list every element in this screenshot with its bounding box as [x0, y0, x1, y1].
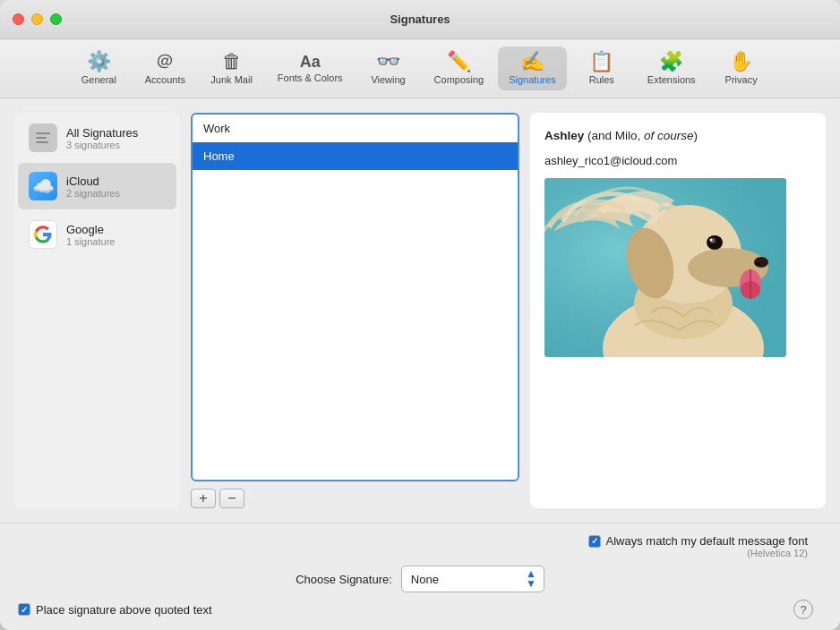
preview-italic: of course [644, 129, 694, 142]
toolbar-label-fonts: Fonts & Colors [278, 72, 343, 83]
svg-rect-1 [36, 137, 47, 139]
sidebar: All Signatures 3 signatures ☁️ iCloud 2 … [14, 113, 180, 508]
signature-preview-panel: Ashley (and Milo, of course) ashley_rico… [530, 113, 826, 508]
sig-list-item-work[interactable]: Work [193, 115, 518, 142]
fonts-icon: Aa [300, 54, 321, 70]
svg-point-10 [755, 262, 760, 266]
sidebar-text-all: All Signatures 3 signatures [66, 126, 138, 150]
toolbar-item-accounts[interactable]: ＠ Accounts [133, 47, 196, 90]
remove-signature-button[interactable]: − [219, 489, 244, 508]
signatures-list: Work Home [191, 113, 519, 481]
toolbar-label-junk: Junk Mail [210, 74, 252, 85]
sidebar-item-icloud[interactable]: ☁️ iCloud 2 signatures [18, 163, 176, 209]
toolbar-item-general[interactable]: ⚙️ General [67, 47, 130, 90]
toolbar-item-junk[interactable]: 🗑 Junk Mail [200, 47, 262, 90]
privacy-icon: ✋ [729, 52, 753, 72]
viewing-icon: 👓 [376, 52, 400, 72]
svg-rect-2 [36, 141, 48, 143]
junk-icon: 🗑 [222, 52, 242, 72]
preview-suffix2: ) [694, 129, 699, 142]
toolbar-item-signatures[interactable]: ✍️ Signatures [498, 47, 567, 90]
sidebar-text-icloud: iCloud 2 signatures [66, 175, 120, 199]
toolbar-item-composing[interactable]: ✏️ Composing [424, 47, 495, 90]
place-sig-checkmark-icon: ✓ [21, 605, 28, 615]
choose-sig-select[interactable]: None ▲ ▼ [401, 566, 544, 592]
font-hint: (Helvetica 12) [747, 548, 808, 558]
place-sig-control: ✓ Place signature above quoted text [18, 603, 212, 617]
content-area: All Signatures 3 signatures ☁️ iCloud 2 … [0, 98, 840, 523]
font-match-container: ✓ Always match my default message font [588, 534, 808, 548]
toolbar-label-signatures: Signatures [509, 74, 556, 85]
sidebar-item-google[interactable]: Google 1 signature [18, 211, 176, 258]
sidebar-name-all: All Signatures [66, 126, 138, 140]
signatures-icon: ✍️ [520, 52, 544, 72]
composing-icon: ✏️ [447, 52, 471, 72]
sidebar-item-all[interactable]: All Signatures 3 signatures [18, 115, 176, 161]
svg-point-9 [754, 257, 768, 268]
bottom-bar: ✓ Always match my default message font (… [0, 523, 840, 630]
sig-list-item-home[interactable]: Home [193, 142, 518, 170]
gear-icon: ⚙️ [87, 52, 111, 72]
preview-name-suffix: (and Milo, [584, 129, 644, 142]
choose-sig-value: None [411, 573, 439, 586]
rules-icon: 📋 [589, 52, 613, 72]
sidebar-count-icloud: 2 signatures [66, 188, 120, 199]
sig-list-controls: + − [191, 489, 519, 508]
toolbar-label-rules: Rules [589, 74, 614, 85]
dog-image [544, 178, 786, 357]
toolbar-label-composing: Composing [434, 74, 484, 85]
place-sig-label: Place signature above quoted text [36, 603, 212, 617]
toolbar-item-privacy[interactable]: ✋ Privacy [710, 47, 773, 90]
extensions-icon: 🧩 [659, 52, 683, 72]
toolbar-item-viewing[interactable]: 👓 Viewing [357, 47, 420, 90]
toolbar-item-rules[interactable]: 📋 Rules [570, 47, 633, 90]
google-icon [29, 220, 57, 249]
toolbar-item-fonts[interactable]: Aa Fonts & Colors [267, 48, 354, 89]
place-signature-row: ✓ Place signature above quoted text ? [18, 600, 822, 619]
sidebar-name-icloud: iCloud [66, 175, 120, 188]
question-mark-icon: ? [800, 603, 806, 617]
preview-name: Ashley [544, 129, 584, 142]
checkmark-icon: ✓ [591, 536, 598, 546]
toolbar-label-extensions: Extensions [647, 74, 696, 85]
add-signature-button[interactable]: + [191, 489, 216, 508]
toolbar-item-extensions[interactable]: 🧩 Extensions [637, 47, 707, 90]
toolbar-label-accounts: Accounts [145, 74, 185, 85]
sidebar-name-google: Google [66, 223, 115, 236]
sidebar-count-all: 3 signatures [66, 140, 138, 150]
toolbar-label-privacy: Privacy [725, 74, 758, 85]
chevron-updown-icon: ▲ ▼ [526, 569, 536, 589]
choose-signature-row: Choose Signature: None ▲ ▼ [18, 566, 822, 592]
choose-sig-control: Choose Signature: None ▲ ▼ [18, 566, 822, 592]
icloud-icon: ☁️ [29, 172, 57, 200]
all-sigs-icon [29, 123, 57, 152]
maximize-button[interactable] [50, 13, 62, 25]
sidebar-text-google: Google 1 signature [66, 223, 115, 247]
traffic-lights [13, 13, 62, 25]
place-sig-checkbox[interactable]: ✓ [18, 603, 30, 616]
at-icon: ＠ [155, 52, 175, 72]
window-title: Signatures [390, 13, 450, 26]
titlebar: Signatures [0, 0, 840, 39]
close-button[interactable] [13, 13, 24, 25]
choose-sig-label: Choose Signature: [296, 573, 392, 586]
toolbar-label-general: General [81, 74, 116, 85]
svg-point-13 [710, 239, 713, 242]
preview-email: ashley_rico1@icloud.com [544, 154, 811, 167]
svg-rect-0 [36, 132, 50, 134]
font-match-label: Always match my default message font [606, 534, 808, 548]
minimize-button[interactable] [31, 13, 43, 25]
toolbar-label-viewing: Viewing [371, 74, 405, 85]
help-button[interactable]: ? [793, 600, 813, 619]
middle-panel: Work Home + − [180, 113, 530, 508]
main-window: Signatures ⚙️ General ＠ Accounts 🗑 Junk … [0, 0, 840, 630]
font-match-checkbox[interactable]: ✓ [588, 535, 601, 548]
sidebar-count-google: 1 signature [66, 236, 115, 247]
toolbar: ⚙️ General ＠ Accounts 🗑 Junk Mail Aa Fon… [0, 39, 840, 98]
signature-text-line: Ashley (and Milo, of course) [544, 127, 811, 145]
